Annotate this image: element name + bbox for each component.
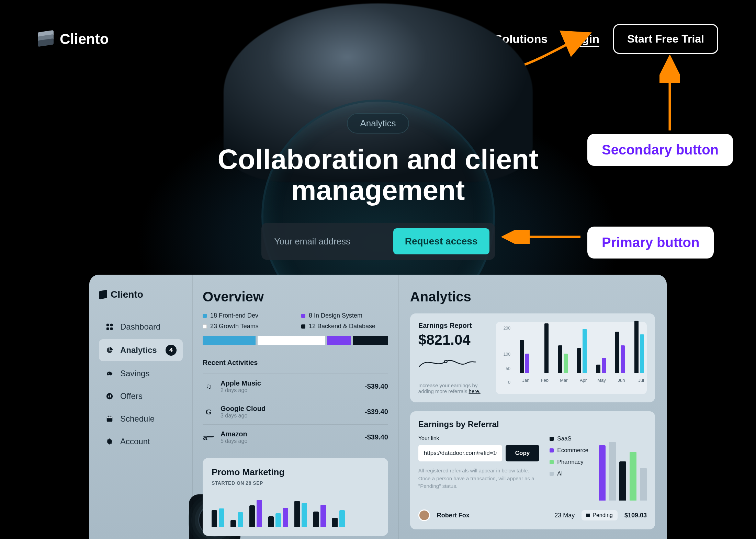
y-tick: 0 <box>499 380 510 385</box>
activity-sub: 2 days ago <box>221 387 359 393</box>
google-icon: G <box>203 406 214 418</box>
sidebar-item-offers[interactable]: Offers <box>99 386 183 406</box>
email-capture: Request access <box>261 223 495 260</box>
sidebar-item-label: Account <box>120 437 150 446</box>
status-badge: Pending <box>582 510 618 520</box>
referral-table-row[interactable]: Robert Fox 23 May Pending $109.03 <box>418 509 647 521</box>
tag-icon <box>105 392 114 401</box>
promo-chart <box>212 496 379 527</box>
legend-label: 18 Front-end Dev <box>210 312 258 319</box>
svg-rect-9 <box>108 416 109 417</box>
monthly-chart: 200 100 50 0 JanFebMarAprMayJunJul <box>496 322 647 394</box>
logo-icon <box>38 31 54 47</box>
email-input[interactable] <box>267 236 393 247</box>
legend-item: 23 Growth Teams <box>203 323 290 330</box>
legend-label: 23 Growth Teams <box>210 323 259 330</box>
activity-row[interactable]: a Amazon5 days ago -$39.40 <box>203 424 388 450</box>
referral-card: Earnings by Referral Your link Copy All … <box>410 411 655 529</box>
activity-sub: 5 days ago <box>221 438 359 444</box>
earnings-note-link[interactable]: here. <box>469 388 481 394</box>
legend-label: Pharmacy <box>557 459 584 466</box>
bar-segment <box>258 336 325 345</box>
sidebar-item-label: Dashboard <box>120 322 160 332</box>
legend-dot <box>301 324 305 329</box>
activity-row[interactable]: ♫ Apple Music2 days ago -$39.40 <box>203 374 388 399</box>
hero-title-line1: Collaboration and client <box>218 144 539 175</box>
sidebar-badge: 4 <box>166 345 177 356</box>
overview-stacked-bar <box>203 336 388 345</box>
svg-rect-6 <box>110 394 111 397</box>
referral-title: Earnings by Referral <box>418 420 647 429</box>
sidebar-item-account[interactable]: Account <box>99 431 183 452</box>
earnings-report-title: Earnings Report <box>418 322 487 330</box>
pie-chart-icon <box>105 346 114 355</box>
request-access-button[interactable]: Request access <box>393 228 489 254</box>
bar-segment <box>203 336 256 345</box>
activity-row[interactable]: G Google Cloud3 days ago -$39.40 <box>203 399 388 424</box>
music-icon: ♫ <box>203 381 214 392</box>
sidebar-item-analytics[interactable]: Analytics 4 <box>99 339 183 361</box>
overview-title: Overview <box>203 289 388 305</box>
sidebar-item-schedule[interactable]: Schedule <box>99 409 183 429</box>
legend-label: SaaS <box>557 435 572 442</box>
activity-name: Google Cloud <box>221 405 359 413</box>
grid-icon <box>105 322 114 331</box>
svg-rect-10 <box>111 416 111 417</box>
svg-point-4 <box>106 393 113 399</box>
hero-badge: Analytics <box>347 113 409 134</box>
sidebar-item-label: Schedule <box>120 414 155 424</box>
sidebar-item-savings[interactable]: Savings <box>99 363 183 384</box>
amazon-icon: a <box>203 432 214 443</box>
your-link-label: Your link <box>418 435 540 441</box>
recent-activities-title: Recent Activities <box>203 359 388 367</box>
brand-name: Cliento <box>60 31 109 47</box>
promo-subtitle: STARTED ON 28 SEP <box>212 480 379 486</box>
activity-name: Apple Music <box>221 379 359 387</box>
svg-point-13 <box>445 361 447 363</box>
activity-sub: 3 days ago <box>221 413 359 419</box>
overview-panel: Overview 18 Front-end Dev 8 In Design Sy… <box>192 275 398 539</box>
svg-rect-1 <box>110 324 113 326</box>
y-tick: 100 <box>499 352 510 357</box>
y-tick: 200 <box>499 326 510 331</box>
dashboard-brand-name: Cliento <box>111 289 143 300</box>
referral-legend: SaaS Ecommerce Pharmacy AI <box>550 435 588 501</box>
earnings-note: Increase your earnings by adding more re… <box>418 382 487 394</box>
analytics-title: Analytics <box>410 289 655 305</box>
referral-link-input[interactable] <box>418 445 502 461</box>
legend-label: 12 Backend & Database <box>309 323 375 330</box>
legend-dot <box>203 324 207 329</box>
dashboard-logo: Cliento <box>99 289 183 300</box>
legend-dot <box>203 314 207 318</box>
dashboard-logo-icon <box>99 290 107 299</box>
referral-chart <box>599 435 647 501</box>
start-free-trial-button[interactable]: Start Free Trial <box>613 24 718 54</box>
referral-amount: $109.03 <box>624 512 647 519</box>
dashboard-preview: Cliento Dashboard Analytics 4 Savings <box>89 275 667 539</box>
svg-rect-8 <box>107 417 113 418</box>
analytics-panel: Analytics Earnings Report $821.04 Increa… <box>398 275 667 539</box>
referral-name: Robert Fox <box>437 512 548 519</box>
avatar-icon <box>418 509 430 521</box>
piggy-bank-icon <box>105 369 114 378</box>
copy-button[interactable]: Copy <box>506 445 540 461</box>
calendar-icon <box>105 414 114 423</box>
sidebar-item-dashboard[interactable]: Dashboard <box>99 317 183 337</box>
activity-amount: -$39.40 <box>365 382 388 390</box>
dashboard-sidebar: Cliento Dashboard Analytics 4 Savings <box>89 275 192 539</box>
legend-label: Ecommerce <box>557 447 588 454</box>
hero: Analytics Collaboration and client manag… <box>0 113 756 260</box>
gear-icon <box>105 437 114 446</box>
svg-rect-0 <box>106 324 109 326</box>
svg-rect-2 <box>106 328 109 330</box>
earnings-card: Earnings Report $821.04 Increase your ea… <box>410 313 655 402</box>
activity-amount: -$39.40 <box>365 408 388 416</box>
legend-item: 12 Backend & Database <box>301 323 388 330</box>
sparkline-icon <box>418 353 477 371</box>
referral-date: 23 May <box>554 512 575 519</box>
brand-logo[interactable]: Cliento <box>38 31 109 47</box>
hero-title-line2: management <box>291 174 465 206</box>
sidebar-item-label: Savings <box>120 369 149 378</box>
legend-label: 8 In Design System <box>309 312 362 319</box>
legend-label: AI <box>557 470 563 477</box>
